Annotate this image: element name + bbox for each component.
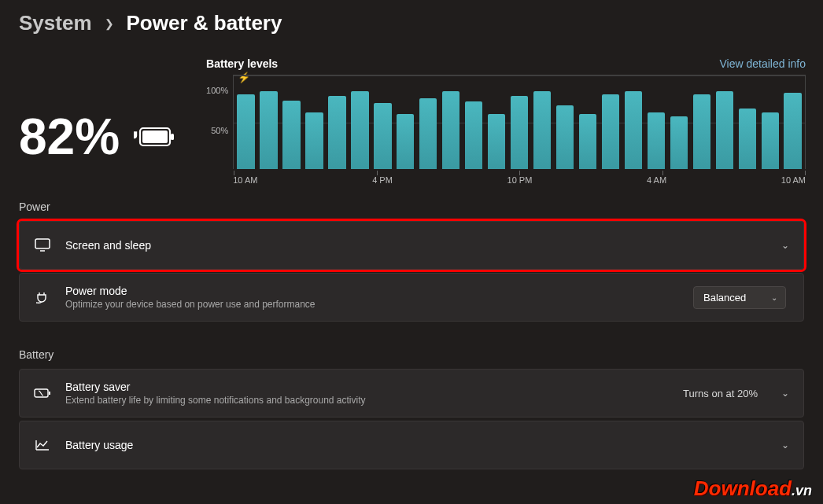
chart-bar (374, 103, 391, 169)
chart-bar (716, 91, 733, 169)
battery-saver-card[interactable]: Battery saver Extend battery life by lim… (19, 369, 804, 418)
breadcrumb: System ❯ Power & battery (0, 0, 823, 42)
chart-bar (579, 114, 596, 169)
view-detailed-info-link[interactable]: View detailed info (720, 57, 806, 70)
chart-bar (556, 105, 574, 169)
chart-line-icon (34, 439, 51, 451)
chart-x-axis: 10 AM4 PM10 PM4 AM10 AM (233, 175, 806, 185)
chart-bar (328, 96, 345, 169)
card-subtitle: Extend battery life by limiting some not… (65, 395, 669, 406)
chart-bar (533, 91, 551, 169)
chart-plot (233, 75, 806, 169)
page-title: Power & battery (127, 11, 282, 35)
chart-bar (305, 112, 323, 169)
chevron-down-icon: ⌄ (781, 388, 789, 399)
chart-bar (739, 109, 756, 169)
power-mode-card[interactable]: Power mode Optimize your device based on… (19, 273, 804, 322)
battery-saver-icon (34, 388, 51, 399)
monitor-icon (34, 238, 51, 252)
x-tick-label: 10 AM (781, 175, 806, 185)
chart-bar (282, 101, 300, 169)
chevron-right-icon: ❯ (105, 17, 114, 30)
watermark: Download.vn (694, 476, 812, 501)
chart-bar (511, 96, 528, 169)
power-mode-dropdown[interactable]: Balanced ⌄ (693, 286, 786, 309)
chart-bar (442, 91, 459, 169)
y-tick-100: 100% (206, 86, 228, 95)
x-tick-label: 4 PM (372, 175, 393, 185)
chart-bar (648, 112, 665, 169)
y-tick-50: 50% (211, 126, 228, 135)
chevron-down-icon: ⌄ (781, 440, 789, 451)
card-title: Battery saver (65, 381, 669, 393)
chart-bar (260, 91, 277, 169)
chart-bar (670, 116, 688, 169)
chart-bar (351, 91, 368, 169)
chart-title: Battery levels (206, 57, 278, 70)
power-plug-icon (34, 291, 51, 304)
x-tick-label: 10 AM (233, 175, 257, 185)
svg-rect-1 (171, 134, 174, 140)
battery-percent-block: 82% (19, 57, 175, 177)
chart-y-axis: 100% 50% (206, 75, 233, 169)
breadcrumb-parent[interactable]: System (19, 11, 92, 35)
chart-bar (465, 101, 482, 169)
battery-usage-card[interactable]: Battery usage ⌄ (19, 421, 804, 469)
x-tick-label: 10 PM (507, 175, 533, 185)
battery-percent: 82% (19, 112, 120, 162)
watermark-tld: .vn (792, 483, 812, 498)
dropdown-value: Balanced (703, 292, 746, 304)
chart-bar (602, 94, 619, 169)
card-title: Power mode (65, 285, 679, 297)
screen-and-sleep-card[interactable]: Screen and sleep ⌄ (19, 221, 804, 270)
battery-saver-value: Turns on at 20% (683, 388, 758, 399)
chevron-down-icon: ⌄ (771, 293, 777, 302)
chart-bar (419, 98, 437, 169)
section-label-battery: Battery (0, 325, 823, 369)
chart-bar (625, 91, 642, 169)
svg-rect-2 (142, 131, 168, 143)
watermark-text: Download (694, 476, 792, 500)
battery-charging-icon (134, 125, 175, 149)
chevron-down-icon: ⌄ (781, 240, 789, 251)
card-title: Battery usage (65, 439, 767, 451)
svg-rect-3 (35, 239, 50, 248)
overview-row: 82% Battery levels View detailed info 10… (0, 42, 823, 177)
chart-bar (237, 94, 254, 169)
chart-bar (488, 114, 505, 169)
chart-bar (784, 93, 801, 169)
chart-bar (397, 114, 414, 169)
x-tick-label: 4 AM (647, 175, 666, 185)
chart-bar (762, 112, 779, 169)
svg-rect-6 (49, 392, 50, 395)
chart-bar (693, 94, 710, 169)
battery-levels-chart: Battery levels View detailed info 100% 5… (206, 57, 806, 177)
card-title: Screen and sleep (65, 239, 767, 252)
card-subtitle: Optimize your device based on power use … (65, 299, 679, 310)
